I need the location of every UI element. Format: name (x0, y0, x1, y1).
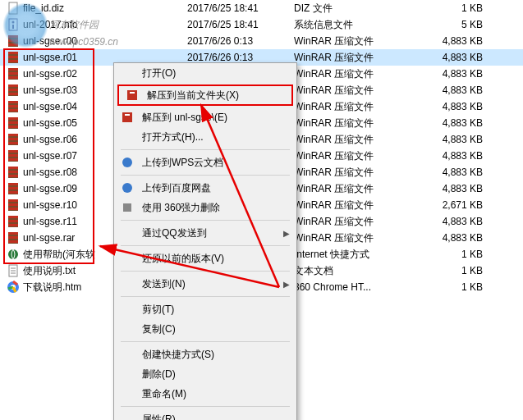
file-type: WinRAR 压缩文件 (294, 100, 417, 114)
file-type: WinRAR 压缩文件 (294, 215, 417, 229)
file-type: DIZ 文件 (294, 2, 417, 16)
svg-rect-50 (8, 220, 18, 222)
svg-rect-65 (122, 112, 132, 122)
svg-rect-49 (8, 216, 18, 218)
svg-rect-0 (9, 2, 17, 14)
file-size: 1 KB (417, 281, 483, 293)
svg-point-68 (122, 183, 132, 193)
menu-extract-to[interactable]: 解压到 unl-sgse\(E) (114, 107, 296, 127)
svg-rect-3 (12, 25, 14, 29)
file-type: WinRAR 压缩文件 (294, 149, 417, 163)
menu-rename[interactable]: 重命名(M) (114, 384, 296, 404)
menu-360-delete[interactable]: 使用 360强力删除 (114, 198, 296, 217)
file-type: WinRAR 压缩文件 (294, 34, 417, 48)
file-type: WinRAR 压缩文件 (294, 166, 417, 180)
file-type: WinRAR 压缩文件 (294, 84, 417, 98)
file-name: unl-sgse.r00 (23, 35, 146, 47)
svg-rect-17 (8, 84, 18, 87)
submenu-arrow-icon: ▶ (283, 229, 290, 238)
svg-point-67 (122, 158, 132, 167)
file-type: WinRAR 压缩文件 (294, 67, 417, 81)
svg-rect-30 (8, 138, 18, 140)
file-row[interactable]: unl-sgse.r002017/6/26 0:13WinRAR 压缩文件4,8… (0, 33, 523, 49)
file-row[interactable]: unl-2017.nfo2017/6/25 18:41系统信息文件5 KB (0, 16, 523, 33)
file-size: 4,883 KB (417, 52, 483, 63)
svg-rect-37 (8, 167, 18, 169)
svg-rect-19 (8, 93, 18, 95)
svg-rect-53 (8, 232, 18, 235)
file-size: 5 KB (417, 19, 483, 30)
context-menu: 打开(O) 解压到当前文件夹(X) 解压到 unl-sgse\(E) 打开方式(… (113, 62, 297, 420)
file-type: WinRAR 压缩文件 (294, 199, 417, 212)
svg-rect-23 (8, 109, 18, 112)
svg-rect-66 (125, 114, 130, 116)
svg-rect-9 (8, 52, 18, 54)
svg-rect-38 (8, 171, 18, 173)
svg-rect-51 (8, 224, 18, 226)
file-type: WinRAR 压缩文件 (294, 182, 417, 196)
svg-rect-5 (8, 35, 18, 38)
menu-properties[interactable]: 属性(R) (114, 409, 296, 420)
svg-rect-11 (8, 60, 18, 62)
svg-rect-45 (8, 199, 18, 202)
svg-rect-25 (8, 117, 18, 120)
menu-open[interactable]: 打开(O) (114, 63, 296, 83)
svg-rect-46 (8, 203, 18, 206)
menu-cut[interactable]: 剪切(T) (114, 299, 296, 319)
menu-open-with[interactable]: 打开方式(H)... (114, 127, 296, 147)
submenu-arrow-icon: ▶ (283, 280, 290, 289)
menu-copy[interactable]: 复制(C) (114, 319, 296, 339)
svg-rect-47 (8, 208, 18, 210)
file-size: 4,883 KB (417, 167, 483, 178)
menu-qq-send[interactable]: 通过QQ发送到▶ (114, 223, 296, 243)
file-type: WinRAR 压缩文件 (294, 231, 417, 245)
menu-baidu-upload[interactable]: 上传到百度网盘 (114, 178, 296, 198)
svg-point-2 (12, 21, 15, 24)
svg-rect-55 (8, 240, 18, 243)
file-size: 4,883 KB (417, 216, 483, 227)
file-size: 4,883 KB (417, 117, 483, 129)
file-date: 2017/6/26 0:13 (146, 35, 294, 47)
svg-rect-26 (8, 121, 18, 124)
svg-rect-34 (8, 154, 18, 157)
file-row[interactable]: file_id.diz2017/6/25 18:41DIZ 文件1 KB (0, 0, 523, 16)
svg-rect-6 (8, 39, 18, 42)
file-size: 4,883 KB (417, 232, 483, 244)
svg-point-56 (8, 249, 18, 259)
file-type: 文本文档 (294, 264, 417, 278)
file-size: 1 KB (417, 249, 483, 260)
file-size: 4,883 KB (417, 134, 483, 145)
menu-extract-here[interactable]: 解压到当前文件夹(X) (119, 86, 291, 104)
file-size: 4,883 KB (417, 150, 483, 162)
file-name: unl-2017.nfo (23, 19, 146, 30)
file-type: WinRAR 压缩文件 (294, 133, 417, 147)
svg-rect-14 (8, 72, 18, 75)
file-type: WinRAR 压缩文件 (294, 51, 417, 65)
svg-rect-39 (8, 175, 18, 177)
svg-rect-7 (8, 43, 18, 46)
svg-rect-15 (8, 76, 18, 79)
file-type: WinRAR 压缩文件 (294, 116, 417, 130)
svg-rect-18 (8, 89, 18, 91)
svg-rect-22 (8, 105, 18, 107)
menu-shortcut[interactable]: 创建快捷方式(S) (114, 345, 296, 364)
svg-rect-29 (8, 134, 18, 136)
file-size: 4,883 KB (417, 35, 483, 47)
svg-rect-43 (8, 191, 18, 194)
menu-wps-upload[interactable]: 上传到WPS云文档 (114, 153, 296, 172)
menu-restore[interactable]: 还原以前的版本(V) (114, 249, 296, 268)
svg-rect-27 (8, 126, 18, 128)
file-date: 2017/6/25 18:41 (146, 19, 294, 30)
svg-rect-69 (123, 203, 131, 212)
file-size: 4,883 KB (417, 183, 483, 194)
file-size: 4,883 KB (417, 68, 483, 80)
file-name: unl-sgse.r01 (23, 52, 146, 63)
file-size: 2,671 KB (417, 199, 483, 211)
file-size: 4,883 KB (417, 84, 483, 96)
file-date: 2017/6/25 18:41 (146, 2, 294, 14)
menu-send-to[interactable]: 发送到(N)▶ (114, 274, 296, 294)
svg-rect-54 (8, 236, 18, 239)
svg-rect-13 (8, 68, 18, 71)
menu-delete[interactable]: 删除(D) (114, 364, 296, 384)
svg-rect-35 (8, 158, 18, 161)
